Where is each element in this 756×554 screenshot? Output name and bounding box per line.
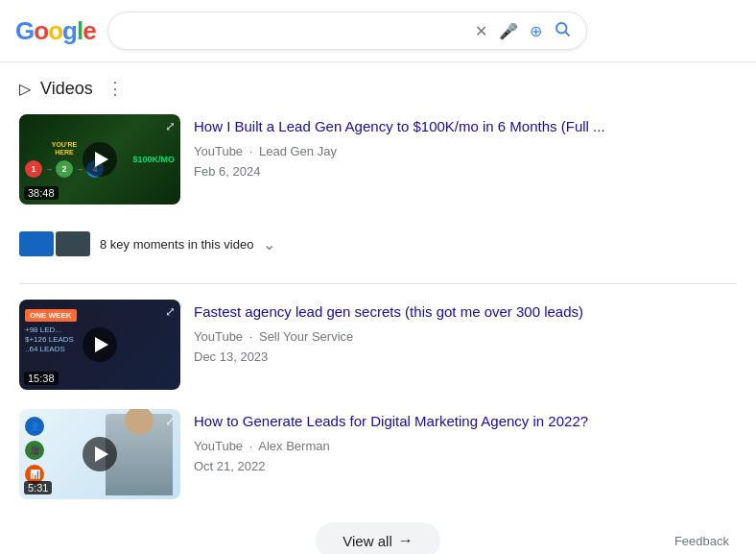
feedback-link[interactable]: Feedback: [674, 534, 729, 548]
video-info-3: How to Generate Leads for Digital Market…: [194, 409, 737, 499]
more-options-icon[interactable]: ⋮: [106, 78, 124, 99]
km-thumb-2: [56, 231, 90, 256]
view-all-container: View all → Feedback: [19, 518, 737, 554]
video-info-1: How I Built a Lead Gen Agency to $100K/m…: [194, 114, 737, 205]
video-meta-2: YouTube · Sell Your Service Dec 13, 2023: [194, 327, 737, 368]
video-title-1[interactable]: How I Built a Lead Gen Agency to $100K/m…: [194, 116, 737, 136]
section-title: Videos: [40, 79, 93, 99]
view-all-label: View all: [343, 533, 391, 549]
duration-3: 5:31: [24, 481, 52, 494]
video-thumbnail-3[interactable]: 👤 🎥 📊 ⤢ 5:31: [19, 409, 180, 499]
video-meta-3: YouTube · Alex Berman Oct 21, 2022: [194, 437, 737, 477]
svg-point-0: [556, 23, 567, 34]
video-date-2: Dec 13, 2023: [194, 349, 268, 364]
video-source-1: YouTube: [194, 144, 243, 158]
expand-icon-2[interactable]: ⤢: [165, 304, 176, 319]
duration-1: 38:48: [24, 186, 59, 200]
expand-icon-1[interactable]: ⤢: [165, 119, 176, 133]
svg-line-1: [565, 32, 569, 36]
clear-search-button[interactable]: ✕: [473, 20, 489, 42]
video-channel-1: Lead Gen Jay: [259, 144, 337, 158]
search-button[interactable]: [552, 18, 573, 43]
km-thumb-1: [19, 231, 54, 256]
video-title-3[interactable]: How to Generate Leads for Digital Market…: [194, 411, 737, 431]
duration-2: 15:38: [24, 372, 59, 385]
video-date-3: Oct 21, 2022: [194, 459, 265, 473]
lens-icon[interactable]: ⊕: [528, 20, 544, 42]
view-all-arrow: →: [398, 532, 413, 549]
key-moments-label: 8 key moments in this video: [100, 237, 253, 252]
video-meta-1: YouTube · Lead Gen Jay Feb 6, 2024: [194, 142, 737, 182]
key-moments-row: 8 key moments in this video ⌄: [19, 224, 737, 264]
section-divider: [19, 283, 737, 284]
video-channel-2: Sell Your Service: [259, 329, 353, 344]
voice-search-icon[interactable]: 🎤: [497, 20, 520, 42]
video-thumbnail-1[interactable]: YOU'REHERE 1 → 2 → 4 $100K/MO ⤢ 38:48: [19, 114, 180, 205]
video-source-2: YouTube: [194, 329, 243, 344]
key-moments-chevron[interactable]: ⌄: [263, 235, 275, 253]
video-item-2: ONE WEEK +98 LED... $+126 LEADS ..64 LEA…: [19, 300, 737, 390]
video-info-2: Fastest agency lead gen secrets (this go…: [194, 300, 737, 390]
search-header: Google how to gain new leads for agency …: [0, 0, 756, 62]
video-source-3: YouTube: [194, 439, 243, 453]
video-thumbnail-2[interactable]: ONE WEEK +98 LED... $+126 LEADS ..64 LEA…: [19, 300, 180, 390]
section-header: ▷ Videos ⋮: [19, 78, 737, 99]
google-logo[interactable]: Google: [15, 16, 96, 46]
video-title-2[interactable]: Fastest agency lead gen secrets (this go…: [194, 301, 737, 322]
videos-section: ▷ Videos ⋮ YOU'REHERE 1 → 2 → 4 $100K/MO: [0, 62, 756, 554]
search-input[interactable]: how to gain new leads for agency: [122, 23, 465, 39]
video-channel-3: Alex Berman: [258, 439, 329, 453]
search-bar: how to gain new leads for agency ✕ 🎤 ⊕: [107, 12, 587, 50]
video-section-icon: ▷: [19, 80, 31, 98]
video-item-1: YOU'REHERE 1 → 2 → 4 $100K/MO ⤢ 38:48: [19, 114, 737, 205]
view-all-button[interactable]: View all →: [316, 522, 439, 554]
video-item-3: 👤 🎥 📊 ⤢ 5:31 How to Generate Leads for D…: [19, 409, 737, 499]
expand-icon-3[interactable]: ⤢: [165, 414, 176, 428]
video-date-1: Feb 6, 2024: [194, 164, 260, 179]
key-moment-thumbs: [19, 231, 90, 256]
